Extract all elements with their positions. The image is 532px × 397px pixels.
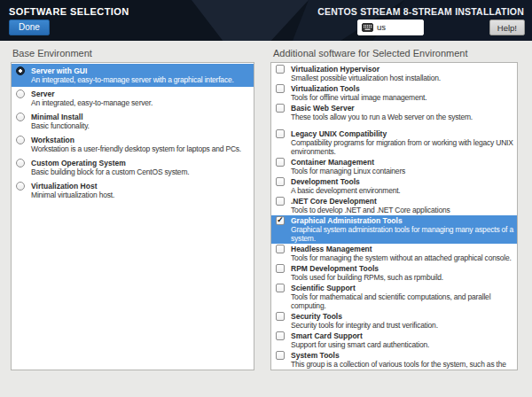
software-option[interactable]: ✓ Headless Management Tools for managing…	[271, 244, 517, 263]
checkbox-icon[interactable]: ✓	[276, 216, 285, 225]
base-environment-option[interactable]: Server An integrated, easy-to-manage ser…	[12, 87, 254, 110]
option-description: This group is a collection of various to…	[291, 360, 513, 370]
checkmark-icon: ✓	[277, 216, 284, 224]
option-description: Support for using smart card authenticat…	[291, 340, 513, 349]
base-environment-list: Server with GUI An integrated, easy-to-m…	[11, 62, 254, 370]
option-description: Tools used for building RPMs, such as rp…	[291, 273, 513, 282]
option-description: These tools allow you to run a Web serve…	[291, 113, 513, 121]
option-title: Legacy UNIX Compatibility	[291, 129, 513, 138]
option-description: Basic functionality.	[31, 121, 250, 130]
software-option[interactable]: ✓ Scientific Support Tools for mathemati…	[271, 283, 517, 311]
checkbox-icon[interactable]: ✓	[276, 351, 285, 360]
option-title: Security Tools	[291, 312, 513, 321]
keyboard-layout-label: us	[377, 23, 386, 32]
checkbox-icon[interactable]: ✓	[276, 158, 285, 167]
option-title: Scientific Support	[291, 284, 513, 292]
radio-button-icon[interactable]	[16, 136, 25, 144]
option-description: Tools for managing Linux containers	[291, 167, 513, 175]
option-title: Smart Card Support	[291, 331, 513, 340]
option-description: Tools for offline virtual image manageme…	[291, 93, 513, 102]
option-description: Security tools for integrity and trust v…	[291, 321, 513, 330]
option-title: Server	[31, 90, 250, 98]
checkbox-icon[interactable]: ✓	[276, 264, 285, 273]
checkbox-icon[interactable]: ✓	[276, 84, 285, 93]
option-description: Tools for mathematical and scientific co…	[291, 292, 513, 310]
option-description: Tools for managing the system without an…	[291, 253, 513, 262]
option-description: Compatibility programs for migration fro…	[291, 138, 513, 156]
software-option[interactable]: ✓ Legacy UNIX Compatibility Compatibilit…	[271, 128, 517, 157]
radio-button-icon[interactable]	[16, 182, 25, 191]
additional-software-heading: Additional software for Selected Environ…	[273, 48, 468, 58]
keyboard-layout-indicator[interactable]: us	[357, 19, 424, 35]
option-title: System Tools	[291, 351, 513, 360]
option-title: Container Management	[291, 158, 513, 167]
checkbox-icon[interactable]: ✓	[276, 245, 285, 253]
option-title: RPM Development Tools	[291, 264, 513, 273]
option-description: An integrated, easy-to-manage server wit…	[31, 75, 250, 84]
option-title: Server with GUI	[31, 66, 250, 75]
option-description: Smallest possible virtualization host in…	[291, 74, 513, 82]
checkbox-icon[interactable]: ✓	[276, 177, 285, 186]
software-option[interactable]: ✓ Security Tools Security tools for inte…	[271, 311, 517, 331]
option-title: Development Tools	[291, 177, 513, 186]
done-button[interactable]: Done	[9, 19, 50, 35]
keyboard-icon	[362, 23, 373, 32]
radio-button-icon[interactable]	[16, 90, 25, 98]
checkbox-icon[interactable]: ✓	[276, 284, 285, 292]
option-description: An integrated, easy-to-manage server.	[31, 98, 250, 107]
software-option[interactable]: ✓ Development Tools A basic development …	[271, 176, 517, 196]
option-description: Tools to develop .NET and .NET Core appl…	[291, 206, 513, 214]
base-environment-heading: Base Environment	[12, 48, 92, 58]
software-option[interactable]: ✓ Basic Web Server These tools allow you…	[271, 103, 517, 122]
checkbox-icon[interactable]: ✓	[276, 104, 285, 113]
additional-software-list: ✓ Virtualization Hypervisor Smallest pos…	[270, 62, 518, 370]
option-title: Custom Operating System	[31, 159, 250, 167]
page-title: SOFTWARE SELECTION	[9, 6, 129, 17]
radio-button-icon[interactable]	[16, 66, 25, 75]
checkbox-icon[interactable]: ✓	[276, 331, 285, 340]
option-title: Minimal Install	[31, 113, 250, 121]
option-description: Minimal virtualization host.	[31, 191, 250, 199]
software-option[interactable]: ✓ .NET Core Development Tools to develop…	[271, 196, 517, 215]
base-environment-option[interactable]: Workstation Workstation is a user-friend…	[12, 133, 254, 156]
option-title: Workstation	[31, 136, 250, 144]
option-title: Virtualization Host	[31, 182, 250, 191]
option-description: A basic development environment.	[291, 186, 513, 195]
base-environment-option[interactable]: Virtualization Host Minimal virtualizati…	[12, 179, 254, 202]
option-description: Basic building block for a custom CentOS…	[31, 167, 250, 176]
software-option[interactable]: ✓ System Tools This group is a collectio…	[271, 350, 517, 370]
option-title: Virtualization Hypervisor	[291, 65, 513, 74]
help-button[interactable]: Help!	[489, 19, 525, 35]
software-option[interactable]: ✓ Virtualization Tools Tools for offline…	[271, 83, 517, 103]
software-option[interactable]: ✓ Graphical Administration Tools Graphic…	[271, 215, 517, 244]
option-title: Basic Web Server	[291, 104, 513, 113]
checkbox-icon[interactable]: ✓	[276, 197, 285, 206]
option-title: Virtualization Tools	[291, 84, 513, 93]
checkbox-icon[interactable]: ✓	[276, 312, 285, 321]
checkbox-icon[interactable]: ✓	[276, 65, 285, 74]
base-environment-option[interactable]: Custom Operating System Basic building b…	[12, 156, 254, 179]
header-bar: SOFTWARE SELECTION CENTOS STREAM 8-STREA…	[0, 0, 532, 41]
software-option[interactable]: ✓ RPM Development Tools Tools used for b…	[271, 263, 517, 283]
option-title: .NET Core Development	[291, 197, 513, 206]
option-title: Headless Management	[291, 245, 513, 253]
option-title: Graphical Administration Tools	[291, 216, 513, 225]
software-option[interactable]: ✓ Container Management Tools for managin…	[271, 157, 517, 176]
software-option[interactable]: ✓ Virtualization Hypervisor Smallest pos…	[271, 64, 517, 83]
base-environment-option[interactable]: Minimal Install Basic functionality.	[12, 110, 254, 133]
radio-button-icon[interactable]	[16, 113, 25, 121]
software-option[interactable]: ✓ Smart Card Support Support for using s…	[271, 331, 517, 350]
option-description: Graphical system administration tools fo…	[291, 225, 513, 243]
option-description: Workstation is a user-friendly desktop s…	[31, 144, 250, 153]
radio-button-icon[interactable]	[16, 159, 25, 167]
installer-title: CENTOS STREAM 8-STREAM INSTALLATION	[317, 6, 524, 17]
checkbox-icon[interactable]: ✓	[276, 129, 285, 138]
base-environment-option[interactable]: Server with GUI An integrated, easy-to-m…	[12, 64, 254, 87]
